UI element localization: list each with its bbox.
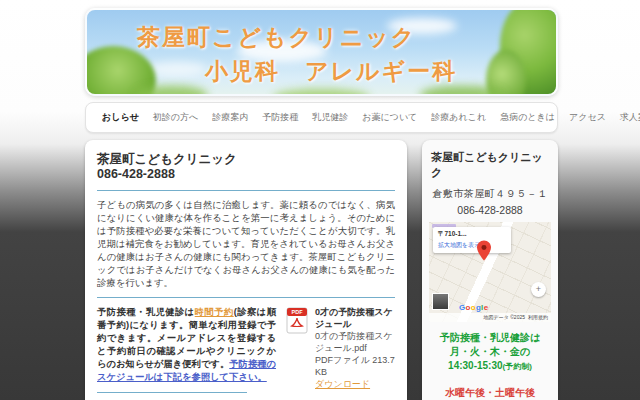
closed-days: 水曜午後・土曜午後 日・祝日休診 <box>429 386 551 400</box>
map-pin-icon[interactable] <box>477 240 491 261</box>
pdf-file-icon: PDF <box>286 307 308 334</box>
google-letter: e <box>484 303 489 312</box>
pdf-item: PDF 0才の予防接種スケジュール 0才の予防接種スケジュール.pdf PDFフ… <box>286 306 395 390</box>
hours-time-line: 14:30-15:30(予約制) <box>429 359 551 374</box>
map-pan-control-icon[interactable]: + <box>531 282 546 297</box>
booking-text: 予防接種・乳児健診は時間予約(診察は順番予約)になります。簡単な利用登録で予約で… <box>97 306 276 384</box>
hours-line: 予防接種・乳児健診は <box>429 331 551 345</box>
map-data-credit: 地図データ ©2025 <box>484 314 525 320</box>
divider <box>97 297 395 298</box>
nav-item-vaccination[interactable]: 予防接種 <box>262 111 298 124</box>
map-info-window: 〒710-1... 拡大地図を表示 <box>433 227 511 253</box>
closed-line: 水曜午後・土曜午後 <box>429 386 551 400</box>
booking-text-before: 予防接種・乳児健診は <box>97 307 195 317</box>
divider <box>97 392 247 393</box>
svg-text:PDF: PDF <box>292 309 304 315</box>
pdf-title: 0才の予防接種スケジュール <box>315 306 395 330</box>
sidebar-address: 倉敷市茶屋町４９５－１ <box>429 187 551 201</box>
pdf-filename: 0才の予防接種スケジュール.pdf <box>315 330 395 354</box>
time-reservation-link[interactable]: 時間予約 <box>195 307 234 317</box>
nav-item-recruit[interactable]: 求人案内 <box>620 111 640 124</box>
map-terms-link[interactable]: 利用規約 <box>528 314 548 320</box>
google-logo: Google <box>459 303 488 312</box>
pdf-info: 0才の予防接種スケジュール 0才の予防接種スケジュール.pdf PDFファイル … <box>315 306 395 390</box>
booking-section: 予防接種・乳児健診は時間予約(診察は順番予約)になります。簡単な利用登録で予約で… <box>97 306 395 400</box>
map-info-title: 〒710-1... <box>438 230 506 239</box>
booking-left-column: 予防接種・乳児健診は時間予約(診察は順番予約)になります。簡単な利用登録で予約で… <box>97 306 276 400</box>
site-title: 茶屋町こどもクリニック <box>137 22 416 53</box>
street-view-thumbnail[interactable] <box>432 293 449 310</box>
pdf-list: PDF 0才の予防接種スケジュール 0才の予防接種スケジュール.pdf PDFフ… <box>276 306 395 400</box>
header-banner: 茶屋町こどもクリニック 小児科 アレルギー科 <box>85 8 558 96</box>
cloud-image <box>147 62 207 76</box>
pdf-download-link[interactable]: ダウンロード <box>315 379 370 389</box>
clinic-name: 茶屋町こどもクリニック <box>97 152 395 167</box>
clinic-phone: 086-428-2888 <box>97 167 395 182</box>
main-nav: おしらせ 初診の方へ 診療案内 予防接種 乳児健診 お薬について 診療あれこれ … <box>85 102 558 133</box>
divider <box>97 190 395 191</box>
nav-item-emergency[interactable]: 急病のときは <box>500 111 555 124</box>
map-attribution: 地図データ ©2025利用規約 <box>429 313 551 322</box>
site-subtitle: 小児科 アレルギー科 <box>205 56 457 87</box>
hours-time: 14:30-15:30 <box>448 360 502 371</box>
nav-item-news[interactable]: おしらせ <box>102 111 139 124</box>
hours-line: 月・火・木・金の <box>429 345 551 359</box>
nav-item-medicine[interactable]: お薬について <box>362 111 417 124</box>
pdf-meta: PDFファイル 213.7 KB <box>315 354 395 378</box>
sidebar-phone: 086-428-2888 <box>429 204 551 216</box>
google-map-embed[interactable]: 〒710-1... 拡大地図を表示 + Google 地図データ ©2025利用… <box>429 222 551 322</box>
nav-item-infant-checkup[interactable]: 乳児健診 <box>312 111 348 124</box>
page-background: 茶屋町こどもクリニック 小児科 アレルギー科 おしらせ 初診の方へ 診療案内 予… <box>0 0 640 400</box>
page-title: 茶屋町こどもクリニック 086-428-2888 <box>97 152 395 182</box>
nav-item-first-visit[interactable]: 初診の方へ <box>153 111 198 124</box>
sidebar-clinic-name: 茶屋町こどもクリニック <box>431 150 551 180</box>
vaccination-hours: 予防接種・乳児健診は 月・火・木・金の 14:30-15:30(予約制) <box>429 331 551 374</box>
intro-paragraph: 子どもの病気の多くは自然に治癒します。薬に頼るのではなく、病気になりにくい健康な… <box>97 198 395 289</box>
hours-time-note: (予約制) <box>503 362 532 371</box>
nav-item-misc[interactable]: 診療あれこれ <box>431 111 486 124</box>
sidebar: 茶屋町こどもクリニック 倉敷市茶屋町４９５－１ 086-428-2888 〒71… <box>422 140 558 400</box>
main-content: 茶屋町こどもクリニック 086-428-2888 子どもの病気の多くは自然に治癒… <box>85 140 407 400</box>
nav-item-medical-guide[interactable]: 診療案内 <box>212 111 248 124</box>
map-enlarge-link[interactable]: 拡大地図を表示 <box>438 241 506 250</box>
nav-item-access[interactable]: アクセス <box>569 111 606 124</box>
